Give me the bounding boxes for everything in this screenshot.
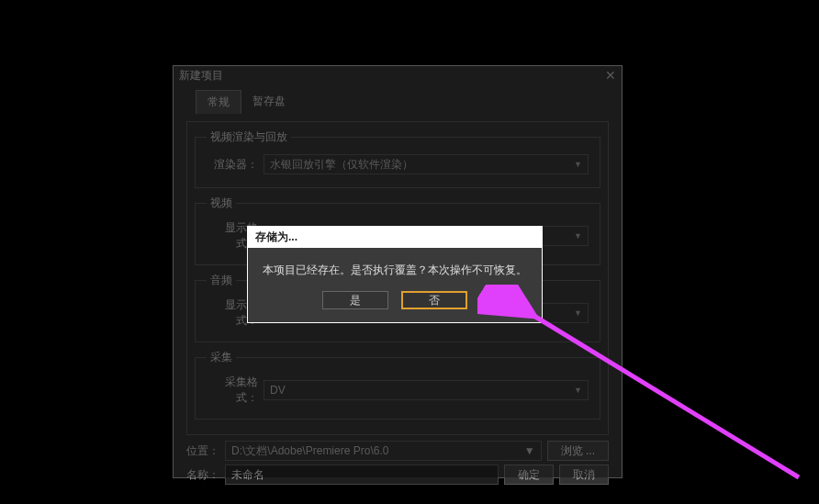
dialog-title: 新建项目 [179,68,223,84]
close-icon[interactable]: ✕ [605,68,616,83]
chevron-down-icon: ▼ [574,160,582,169]
label-capture-format: 采集格式： [207,375,258,406]
save-as-confirm-dialog: 存储为... 本项目已经存在。是否执行覆盖？本次操作不可恢复。 是 否 [247,226,543,323]
group-video-render: 视频渲染与回放 渲染器： 水银回放引擎（仅软件渲染） ▼ [195,129,600,188]
chevron-down-icon: ▼ [574,386,582,395]
select-capture-value: DV [270,384,286,397]
select-renderer[interactable]: 水银回放引擎（仅软件渲染） ▼ [264,154,589,174]
label-name: 名称： [186,467,219,483]
group-capture: 采集 采集格式： DV ▼ [195,350,600,420]
confirm-message: 本项目已经存在。是否执行覆盖？本次操作不可恢复。 [248,248,542,286]
location-path: D:\文档\Adobe\Premiere Pro\6.0 [231,443,388,459]
cancel-button[interactable]: 取消 [559,465,609,485]
row-name: 名称： 未命名 确定 取消 [186,465,609,485]
chevron-down-icon: ▼ [574,308,582,318]
confirm-button-row: 是 否 [248,286,542,322]
tabs: 常规 暂存盘 [196,90,609,114]
titlebar: 新建项目 ✕ [174,66,622,84]
yes-button[interactable]: 是 [322,291,388,309]
legend-audio: 音频 [207,273,236,288]
ok-button[interactable]: 确定 [504,465,554,485]
label-renderer: 渲染器： [207,157,258,173]
legend-video: 视频 [207,196,236,211]
confirm-title: 存储为... [248,227,542,248]
legend-render: 视频渲染与回放 [207,129,291,145]
select-location[interactable]: D:\文档\Adobe\Premiere Pro\6.0 ▼ [225,441,542,461]
select-renderer-value: 水银回放引擎（仅软件渲染） [270,157,413,173]
label-location: 位置： [186,443,219,459]
name-input[interactable]: 未命名 [225,465,499,485]
chevron-down-icon: ▼ [574,231,582,241]
legend-capture: 采集 [207,350,236,365]
row-location: 位置： D:\文档\Adobe\Premiere Pro\6.0 ▼ 浏览 ..… [186,441,609,461]
name-value: 未命名 [231,467,264,483]
tab-general[interactable]: 常规 [196,90,241,114]
no-button[interactable]: 否 [401,291,467,309]
select-capture-format[interactable]: DV ▼ [264,380,589,400]
tab-scratch-disks[interactable]: 暂存盘 [241,90,297,114]
chevron-down-icon: ▼ [524,444,535,457]
browse-button[interactable]: 浏览 ... [547,441,609,461]
